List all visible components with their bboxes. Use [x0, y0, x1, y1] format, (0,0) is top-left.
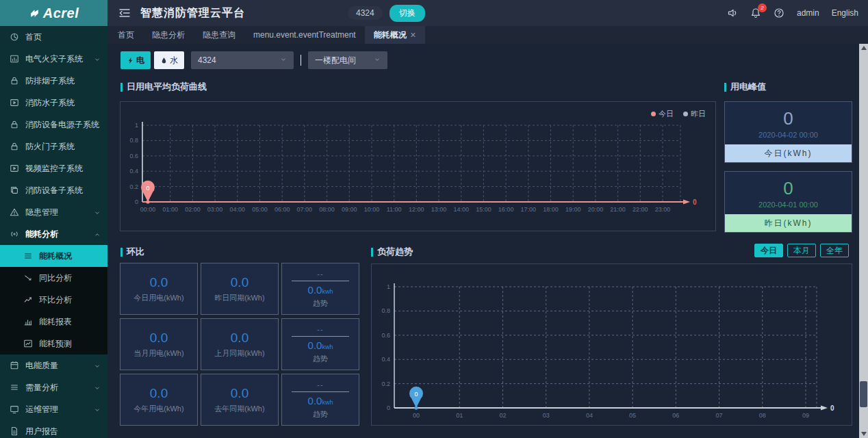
huanbi-value: 0.0	[150, 331, 168, 346]
svg-text:10:00: 10:00	[364, 206, 380, 213]
main-content: 电 水 4324 一楼配电间 日用电平均负荷曲线 今日昨日 00.20.40.6…	[107, 44, 859, 438]
tab-2[interactable]: 隐患查询	[194, 26, 244, 44]
forecast-icon	[23, 339, 33, 348]
tab-label: 隐患分析	[152, 29, 185, 41]
svg-text:22:00: 22:00	[633, 206, 648, 213]
sidebar-item-11[interactable]: 需量分析	[0, 376, 107, 398]
announcement-icon[interactable]	[727, 8, 738, 18]
sidebar-item-label: 用户报告	[25, 426, 101, 437]
svg-text:14:00: 14:00	[453, 206, 469, 213]
huanbi-value: 0.0	[231, 386, 248, 401]
sidebar-subitem-label: 能耗预测	[39, 338, 101, 350]
room-select[interactable]: 一楼配电间	[308, 51, 387, 69]
svg-text:17:00: 17:00	[521, 206, 537, 213]
svg-text:0.6: 0.6	[381, 332, 390, 339]
bolt-icon	[127, 57, 134, 64]
project-select[interactable]: 4324	[191, 51, 294, 69]
peak-title: 用电峰值	[724, 81, 766, 93]
huanbi-trend-card: -- 0.0kwh 趋势	[281, 374, 359, 426]
trend-range-button-2[interactable]: 全年	[820, 244, 849, 257]
legend-dot	[651, 112, 656, 116]
vertical-scrollbar[interactable]	[859, 44, 868, 438]
electric-filter-label: 电	[136, 55, 144, 66]
sidebar-item-5[interactable]: 防火门子系统	[0, 136, 107, 157]
tab-3[interactable]: menu.event.eventTreatment	[244, 26, 365, 44]
sidebar-item-7[interactable]: 消防设备子系统	[0, 179, 107, 201]
svg-text:1: 1	[135, 122, 138, 129]
close-icon[interactable]: ✕	[410, 31, 416, 40]
sidebar-item-4[interactable]: 消防设备电源子系统	[0, 114, 107, 136]
sidebar-item-2[interactable]: 防排烟子系统	[0, 70, 107, 92]
sidebar-item-10[interactable]: 电能质量	[0, 355, 107, 376]
filter-toolbar: 电 水 4324 一楼配电间	[120, 51, 387, 69]
scrollbar-thumb[interactable]	[860, 381, 867, 407]
trend-down-icon	[23, 273, 33, 283]
svg-text:18:00: 18:00	[543, 206, 559, 213]
help-icon[interactable]	[774, 8, 784, 18]
scroll-down-arrow-icon[interactable]	[861, 432, 867, 436]
svg-text:05: 05	[629, 412, 636, 419]
sidebar-item-13[interactable]: 用户报告	[0, 420, 107, 438]
water-drop-icon	[160, 57, 168, 64]
sidebar-subitem-3[interactable]: 能耗报表	[0, 311, 107, 333]
sidebar-subitem-2[interactable]: 环比分析	[0, 289, 107, 311]
svg-text:1: 1	[387, 283, 390, 290]
monitor-icon	[10, 404, 19, 414]
signal-icon	[10, 229, 19, 239]
svg-text:07: 07	[716, 412, 723, 419]
sidebar-subitem-1[interactable]: 同比分析	[0, 267, 107, 289]
scroll-up-arrow-icon[interactable]	[861, 46, 867, 50]
sidebar-item-0[interactable]: 首页	[0, 26, 107, 48]
user-name[interactable]: admin	[797, 8, 819, 18]
list-icon	[23, 251, 33, 261]
huanbi-label: 今年用电(kWh)	[133, 404, 183, 414]
huanbi-value: 0.0	[150, 386, 168, 401]
huanbi-value: 0.0	[150, 275, 168, 290]
svg-text:0: 0	[830, 404, 834, 412]
lock-icon	[10, 120, 19, 129]
sidebar-item-8[interactable]: 隐患管理	[0, 201, 107, 223]
legend-item[interactable]: 今日	[651, 109, 674, 119]
language-switcher[interactable]: English	[832, 8, 858, 18]
sidebar-item-12[interactable]: 运维管理	[0, 398, 107, 420]
huanbi-label: 去年同期(kWh)	[214, 404, 264, 414]
svg-text:00:00: 00:00	[140, 206, 156, 213]
electric-filter-button[interactable]: 电	[120, 51, 151, 69]
huanbi-value-card: 0.0 昨日同期(kWh)	[201, 263, 279, 315]
sidebar-item-label: 需量分析	[25, 382, 94, 394]
chart-icon	[10, 54, 19, 64]
tab-4[interactable]: 能耗概况✕	[365, 26, 425, 44]
svg-text:08:00: 08:00	[319, 206, 335, 213]
peak-datetime: 2020-04-02 00:00	[758, 131, 818, 139]
sidebar-item-6[interactable]: 视频监控子系统	[0, 157, 107, 179]
project-badge: 4324	[348, 6, 383, 20]
svg-text:23:00: 23:00	[655, 206, 671, 213]
sidebar-item-1[interactable]: 电气火灾子系统	[0, 48, 107, 70]
divider	[292, 391, 349, 392]
trend-range-button-0[interactable]: 今日	[754, 244, 783, 257]
report-icon	[10, 426, 19, 436]
switch-button[interactable]: 切换	[390, 5, 425, 22]
acrel-logo-icon	[29, 8, 40, 19]
tab-label: 首页	[118, 29, 134, 41]
tab-1[interactable]: 隐患分析	[143, 26, 194, 44]
legend-item[interactable]: 昨日	[683, 109, 706, 119]
tab-0[interactable]: 首页	[109, 26, 143, 44]
sidebar-subitem-0[interactable]: 能耗概况	[0, 245, 107, 267]
svg-text:11:00: 11:00	[387, 206, 402, 213]
trend-range-button-1[interactable]: 本月	[787, 244, 816, 257]
sidebar-subitem-4[interactable]: 能耗预测	[0, 333, 107, 355]
trend-value: 0.0	[308, 339, 322, 351]
trend-unit: kwh	[322, 399, 333, 406]
brand-logo: Acrel	[0, 0, 107, 26]
peak-label: 今日(kWh)	[725, 144, 852, 162]
chevron-down-icon	[94, 209, 101, 216]
menu-fold-icon[interactable]	[118, 7, 131, 19]
sidebar-item-3[interactable]: 消防水子系统	[0, 92, 107, 114]
bell-icon[interactable]: 2	[750, 8, 761, 18]
water-filter-button[interactable]: 水	[154, 51, 184, 69]
sidebar-item-label: 消防水子系统	[25, 97, 101, 109]
huanbi-value-card: 0.0 今日用电(kWh)	[120, 263, 198, 315]
svg-text:0.2: 0.2	[381, 381, 390, 387]
sidebar-item-9[interactable]: 能耗分析	[0, 223, 107, 245]
